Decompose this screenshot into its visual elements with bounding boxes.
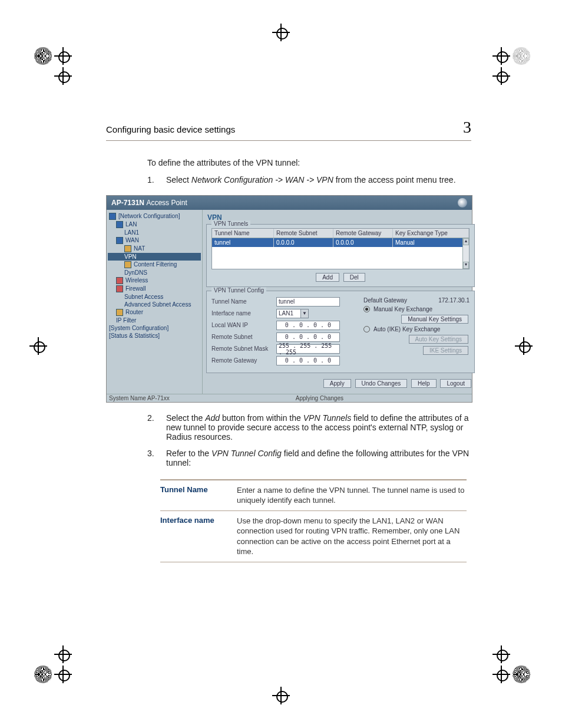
attr-name: Tunnel Name <box>160 485 237 506</box>
chapter-number: 3 <box>463 118 471 137</box>
grid-cell[interactable]: 0.0.0.0 <box>274 238 333 247</box>
column-header[interactable]: Remote Subnet <box>274 229 333 238</box>
del-button[interactable]: Del <box>343 273 365 282</box>
grid-scrollbar[interactable]: ▲ ▼ <box>462 238 469 269</box>
grid-cell[interactable]: 0.0.0.0 <box>333 238 393 247</box>
nav-tree[interactable]: [Network Configuration]LANLAN1WANNATVPNC… <box>107 210 203 394</box>
content-pane: VPN VPN Tunnels Tunnel NameRemote Subnet… <box>203 210 478 394</box>
tree-item[interactable]: WAN <box>108 236 201 245</box>
tree-item[interactable]: [Network Configuration] <box>108 212 201 220</box>
tree-item[interactable]: Advanced Subnet Access <box>108 301 201 308</box>
undo-changes-button[interactable]: Undo Changes <box>355 379 408 388</box>
column-header[interactable]: Key Exchange Type <box>393 229 469 238</box>
tunnel-name-input[interactable]: tunnel <box>276 297 340 307</box>
tree-item[interactable]: Router <box>108 308 201 317</box>
grid-cell[interactable]: tunnel <box>212 238 274 247</box>
tree-item[interactable]: Firewall <box>108 285 201 293</box>
vpn-tunnel-config-fieldset: VPN Tunnel Config Tunnel Name tunnel Int… <box>206 291 475 373</box>
tree-item[interactable]: [Status & Statistics] <box>108 332 201 340</box>
table-row: Tunnel NameEnter a name to define the VP… <box>160 479 467 510</box>
section-title: Configuring basic device settings <box>106 124 235 134</box>
column-header[interactable]: Remote Gateway <box>333 229 393 238</box>
tree-item[interactable]: Wireless <box>108 276 201 285</box>
help-button[interactable]: Help <box>411 379 437 388</box>
step-1: 1. Select Network Configuration -> WAN -… <box>147 175 471 185</box>
page-content: Configuring basic device settings 3 To d… <box>106 118 471 562</box>
local-wan-ip-input[interactable]: 0 . 0 . 0 . 0 <box>276 321 340 330</box>
attr-desc: Enter a name to define the VPN tunnel. T… <box>237 485 467 506</box>
screenshot-vpn: AP-7131N Access Point [Network Configura… <box>106 195 472 403</box>
red-icon <box>116 277 123 284</box>
tree-item[interactable]: Content Filtering <box>108 261 201 269</box>
ike-settings-button: IKE Settings <box>423 346 468 355</box>
tunnels-grid[interactable]: Tunnel NameRemote SubnetRemote GatewayKe… <box>211 228 470 269</box>
vpn-tunnels-fieldset: VPN Tunnels Tunnel NameRemote SubnetRemo… <box>206 224 475 287</box>
tree-item[interactable]: VPN <box>108 253 201 261</box>
tree-item[interactable]: Subnet Access <box>108 293 201 301</box>
remote-gateway-input[interactable]: 0 . 0 . 0 . 0 <box>276 356 340 365</box>
folder-icon <box>124 261 131 268</box>
tree-item[interactable]: DynDNS <box>108 269 201 276</box>
remote-mask-input[interactable]: 255 . 255 . 255 . 255 <box>276 344 340 354</box>
apply-button[interactable]: Apply <box>323 379 351 388</box>
auto-key-settings-button: Auto Key Settings <box>409 335 469 344</box>
logout-button[interactable]: Logout <box>440 379 471 388</box>
scroll-down-icon[interactable]: ▼ <box>463 262 469 269</box>
red-icon <box>116 285 123 292</box>
default-gateway-value: 172.17.30.1 <box>438 297 470 304</box>
menu-path: Network Configuration -> WAN -> VPN <box>191 175 333 185</box>
folder-icon <box>124 245 131 252</box>
folder-icon <box>116 309 123 316</box>
tree-item[interactable]: LAN1 <box>108 229 201 236</box>
add-button[interactable]: Add <box>316 273 339 282</box>
interface-select[interactable]: LAN1▼ <box>276 309 309 318</box>
table-row: Interface nameUse the drop-down menu to … <box>160 510 467 562</box>
step-3: 3. Refer to the VPN Tunnel Config field … <box>147 449 471 467</box>
dropdown-arrow-icon[interactable]: ▼ <box>300 309 308 318</box>
blue-icon <box>116 237 123 244</box>
status-bar: System Name AP-71xx Applying Changes <box>107 394 472 402</box>
step-2: 2. Select the Add button from within the… <box>147 413 471 442</box>
footer-buttons: Apply Undo Changes Help Logout <box>206 377 475 390</box>
manual-key-settings-button[interactable]: Manual Key Settings <box>401 315 468 324</box>
blue-icon <box>116 221 123 228</box>
auto-ike-radio[interactable] <box>363 326 370 332</box>
tree-item[interactable]: [System Configuration] <box>108 324 201 332</box>
scroll-up-icon[interactable]: ▲ <box>463 238 469 245</box>
manual-key-radio[interactable] <box>363 306 370 312</box>
tree-item[interactable]: LAN <box>108 220 201 229</box>
page-header: Configuring basic device settings 3 <box>106 118 471 137</box>
attribute-table: Tunnel NameEnter a name to define the VP… <box>160 479 467 562</box>
grid-cell[interactable]: Manual <box>393 238 469 247</box>
tree-item[interactable]: IP Filter <box>108 317 201 324</box>
motorola-logo-icon <box>458 198 467 207</box>
attr-desc: Use the drop-down menu to specify the LA… <box>237 516 467 557</box>
blue-icon <box>109 213 116 220</box>
remote-subnet-input[interactable]: 0 . 0 . 0 . 0 <box>276 332 340 342</box>
tree-item[interactable]: NAT <box>108 245 201 253</box>
header-rule <box>106 140 471 141</box>
intro-text: To define the attributes of the VPN tunn… <box>147 157 471 169</box>
column-header[interactable]: Tunnel Name <box>212 229 274 238</box>
window-titlebar: AP-7131N Access Point <box>107 196 472 210</box>
attr-name: Interface name <box>160 516 237 557</box>
